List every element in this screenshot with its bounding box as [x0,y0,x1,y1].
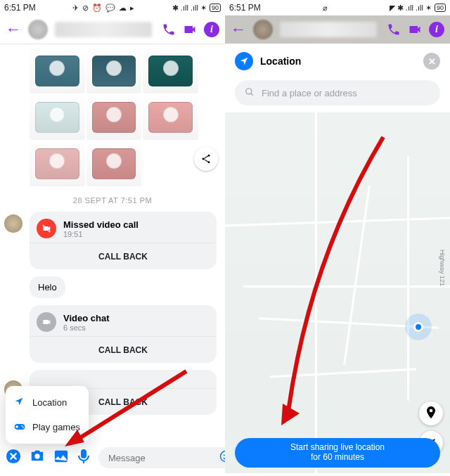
svg-point-14 [246,88,252,94]
message-input[interactable] [98,447,225,468]
shared-photos[interactable] [30,49,198,186]
video-chat-icon [37,312,56,332]
svg-point-2 [208,161,210,163]
svg-point-0 [208,155,210,157]
missed-call-title: Missed video call [63,219,139,230]
chat-timestamp: 28 SEPT AT 7:51 PM [0,196,225,205]
video-icon[interactable] [183,22,197,37]
status-time: 6:51 PM [229,3,261,13]
popup-location[interactable]: Location [6,390,89,415]
mic-icon[interactable] [77,449,90,468]
callback-button[interactable]: CALL BACK [30,336,217,363]
chat-header: ← i [225,15,450,44]
back-icon[interactable]: ← [6,20,21,39]
pin-icon[interactable] [419,401,443,425]
my-location-dot [413,322,423,332]
contact-name[interactable] [280,22,377,37]
location-arrow-icon [14,397,25,409]
avatar[interactable] [28,20,48,39]
location-panel: Location ✕ Find a place or address Highw… [225,44,450,476]
more-icon[interactable] [6,449,21,468]
search-placeholder: Find a place or address [262,88,357,98]
info-icon[interactable]: i [429,22,444,37]
popup-games-label: Play games [32,422,80,432]
callback-button[interactable]: CALL BACK [30,243,217,269]
back-icon[interactable]: ← [231,20,246,39]
emoji-icon[interactable] [219,450,225,465]
share-icon[interactable] [194,147,218,171]
sender-avatar[interactable] [4,214,22,233]
map[interactable]: Highway 121 [225,112,450,473]
popup-location-label: Location [32,397,67,408]
close-icon[interactable]: ✕ [423,53,440,70]
attachment-popup: Location Play games [6,386,89,444]
info-icon[interactable]: i [204,22,219,37]
svg-point-7 [34,454,39,458]
share-line2: for 60 minutes [311,453,364,463]
chat-header: ← i [0,15,225,44]
share-line1: Start sharing live location [290,443,385,453]
message-bubble: Helo [30,276,65,298]
call-icon[interactable] [387,22,401,37]
svg-point-15 [430,409,433,413]
svg-marker-16 [281,404,300,425]
svg-point-4 [21,425,22,427]
status-bar: 6:51 PM ✈ ⊘ ⏰ 💬 ☁ ▸ ✱ .ıll .ıll ✶ 90 [0,0,225,15]
camera-icon[interactable] [30,449,45,467]
search-icon [245,87,255,99]
svg-point-1 [202,158,205,160]
location-title: Location [260,56,301,67]
contact-name[interactable] [55,22,152,37]
status-bar: 6:51 PM ⌀ ◤ ✱ .ıll .ıll ✶ 90 [225,0,450,15]
avatar[interactable] [253,20,273,39]
call-icon[interactable] [162,22,176,37]
share-live-location-button[interactable]: Start sharing live location for 60 minut… [235,438,440,468]
svg-rect-9 [81,449,86,458]
svg-point-5 [22,427,24,428]
location-icon [235,52,253,70]
road-label: Highway 121 [439,250,446,286]
video-icon[interactable] [408,22,422,37]
video-chat-title: Video chat [63,313,110,323]
location-search[interactable]: Find a place or address [235,80,440,105]
popup-games[interactable]: Play games [6,415,89,439]
video-chat-sub: 6 secs [63,323,110,332]
composer [0,444,225,472]
status-time: 6:51 PM [4,3,36,13]
missed-call-time: 19:51 [63,230,139,238]
games-icon [14,421,25,433]
video-chat-card: Video chat 6 secs CALL BACK [30,305,217,363]
missed-call-card: Missed video call 19:51 CALL BACK [30,212,217,269]
missed-call-icon [37,219,56,238]
gallery-icon[interactable] [53,449,69,467]
